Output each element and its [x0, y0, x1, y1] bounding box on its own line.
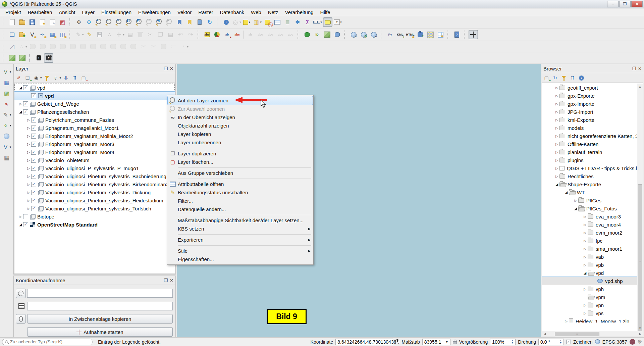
- coordinate-capture-button[interactable]: [469, 30, 478, 39]
- expander-icon[interactable]: ▷: [582, 255, 588, 259]
- zoom-full-button[interactable]: ✥: [114, 17, 124, 27]
- new-spatial-bookmark-button[interactable]: [175, 17, 184, 27]
- scroll-right-icon[interactable]: ▶: [637, 332, 643, 336]
- layer-visibility-checkbox[interactable]: ✓: [31, 198, 36, 203]
- menu-hilfe[interactable]: Hilfe: [317, 9, 334, 16]
- cad-tools-button[interactable]: ◿: [7, 42, 17, 51]
- expander-icon[interactable]: ▷: [582, 223, 588, 227]
- crs-status-button[interactable]: EPSG:3857: [602, 339, 627, 345]
- layer-tree-item[interactable]: ▷✓Eriophorum_vaginatum_Moor3: [14, 140, 175, 148]
- context-menu-item[interactable]: Attributtabelle öffnen: [168, 180, 313, 188]
- image-selection-tool-button[interactable]: ➤: [44, 53, 53, 63]
- expander-icon[interactable]: ▷: [26, 191, 31, 194]
- browser-tree-item[interactable]: ▷evm_moor2: [542, 229, 643, 237]
- menu-layer[interactable]: Layer: [78, 9, 98, 16]
- expander-icon[interactable]: ▷: [582, 231, 588, 235]
- refresh-map-button[interactable]: ↻: [205, 17, 214, 27]
- new-geopackage-layer-button[interactable]: ✒✱: [38, 30, 47, 39]
- kml-export-button[interactable]: KML+: [395, 30, 405, 39]
- crs-select-button[interactable]: [16, 289, 26, 298]
- globe-plugin-button[interactable]: [2, 132, 11, 141]
- float-panel-icon[interactable]: ❐: [164, 66, 168, 71]
- layer-visibility-checkbox[interactable]: ✓: [31, 93, 36, 98]
- expander-icon[interactable]: ▷: [554, 134, 559, 138]
- layer-visibility-checkbox[interactable]: ✓: [23, 101, 28, 106]
- menu-bearbeiten[interactable]: Bearbeiten: [24, 9, 56, 16]
- browser-tree-item[interactable]: ▷gpx-Importe: [542, 100, 643, 108]
- browser-tree-item[interactable]: ◢WT: [542, 188, 643, 196]
- messages-icon[interactable]: •••: [630, 339, 635, 345]
- toggle-editing-button[interactable]: ✎: [85, 30, 94, 39]
- db-manager-button[interactable]: [332, 30, 342, 39]
- lock-scale-icon[interactable]: [453, 341, 457, 344]
- browser-horizontal-scrollbar[interactable]: ◀ ≡ ▶: [542, 331, 643, 337]
- map-plugin-green-1-button[interactable]: [7, 53, 17, 63]
- scale-combobox[interactable]: 83955:1 ▼: [422, 339, 450, 345]
- layer-visibility-checkbox[interactable]: ✓: [31, 158, 36, 163]
- vector-tools-button[interactable]: V▾: [2, 67, 12, 77]
- browser-tree-item[interactable]: ▷gpx-Exporte: [542, 92, 643, 100]
- context-menu-item[interactable]: Layer umbenennen: [168, 138, 313, 147]
- minimize-button[interactable]: –: [607, 1, 619, 7]
- open-attribute-table-button[interactable]: [273, 17, 282, 27]
- expander-icon[interactable]: ▷: [26, 183, 31, 186]
- context-menu-item[interactable]: ∞In der Übersicht anzeigen: [168, 113, 313, 121]
- html-image-export-button[interactable]: HTML✱: [406, 30, 415, 39]
- coordinate-tools-button[interactable]: 9,: [2, 99, 11, 109]
- add-vector-layer-button[interactable]: ✱: [17, 30, 27, 39]
- maximize-button[interactable]: ❐: [619, 1, 631, 7]
- layer-labeling-button[interactable]: abc: [202, 30, 212, 39]
- layer-visibility-checkbox[interactable]: ✓: [31, 150, 36, 155]
- layer-visibility-checkbox[interactable]: ✓: [31, 134, 36, 139]
- float-panel-icon[interactable]: ❐: [632, 66, 636, 71]
- new-spatialite-layer-button[interactable]: ▦✱: [48, 30, 57, 39]
- coordinate-display-field[interactable]: 8.643242664,48.730130438: [335, 339, 393, 345]
- layer-tree-item[interactable]: ◢✓vpd: [14, 84, 175, 92]
- context-menu-item[interactable]: Datenquelle ändern...: [168, 205, 313, 213]
- expander-icon[interactable]: ▷: [26, 118, 31, 122]
- expand-all-button[interactable]: ⇊: [62, 74, 70, 82]
- expander-icon[interactable]: ▷: [554, 102, 559, 106]
- pan-map-button[interactable]: ✥: [74, 17, 84, 27]
- copy-to-clipboard-button[interactable]: In Zwischenablage kopieren: [27, 314, 173, 324]
- pin-labels-button[interactable]: ab●: [222, 30, 232, 39]
- layer-visibility-checkbox[interactable]: ✓: [31, 142, 36, 147]
- layer-tree-item[interactable]: ▷✓Vaccinio_uliginosi_Pinetum_sylvestris_…: [14, 196, 175, 204]
- expander-icon[interactable]: ▷: [582, 303, 588, 307]
- expander-icon[interactable]: ▷: [26, 166, 31, 170]
- color-grid-plugin-button[interactable]: [426, 30, 435, 39]
- remove-layer-button[interactable]: ▢−: [79, 74, 88, 82]
- expander-icon[interactable]: ▷: [26, 207, 31, 210]
- serval-raster-tools-button[interactable]: ▦: [2, 78, 11, 87]
- layer-tree-item[interactable]: ▷✓Eriophorum_vaginatum_Molinia_Moor2: [14, 132, 175, 140]
- expander-icon[interactable]: ▷: [554, 166, 559, 170]
- python-console-button[interactable]: Py: [385, 30, 395, 39]
- browser-tree-item[interactable]: ▷vps: [542, 309, 643, 317]
- layer-visibility-checkbox[interactable]: [23, 214, 28, 219]
- expander-icon[interactable]: ▷: [582, 263, 588, 267]
- save-project-button[interactable]: [28, 17, 37, 27]
- browser-tree-item[interactable]: ▷models: [542, 124, 643, 132]
- expander-icon[interactable]: ▷: [26, 175, 31, 178]
- scroll-left-icon[interactable]: ◀: [542, 332, 548, 336]
- browser-vertical-scrollbar[interactable]: ▲ ≡ ▼: [637, 84, 643, 331]
- browser-tree-item[interactable]: ▷fpc: [542, 237, 643, 245]
- expander-icon[interactable]: ◢: [18, 86, 23, 90]
- pan-to-selection-button[interactable]: ✥: [84, 17, 94, 27]
- gps-tools-button[interactable]: G▾: [2, 121, 12, 130]
- filter-browser-button[interactable]: [560, 74, 568, 82]
- context-menu-item[interactable]: Exportieren▶: [168, 236, 313, 244]
- context-menu-item[interactable]: ✎Bearbeitungsstatus umschalten: [168, 188, 313, 197]
- highlight-labels-button[interactable]: abc: [232, 30, 242, 39]
- menu-web[interactable]: Web: [248, 9, 265, 16]
- osm-download-button[interactable]: [302, 30, 312, 39]
- locator-search-input[interactable]: [10, 339, 90, 344]
- context-menu-item[interactable]: ❐Layer duplizieren: [168, 149, 313, 158]
- expander-icon[interactable]: ◢: [18, 223, 23, 227]
- locator-search[interactable]: [2, 339, 93, 345]
- browser-tree-item[interactable]: ▷vph: [542, 285, 643, 293]
- spin-arrows-icon[interactable]: ▲▼: [559, 340, 562, 344]
- expander-icon[interactable]: ◢: [573, 206, 578, 211]
- expander-icon[interactable]: ▷: [564, 319, 569, 323]
- browser-tree-item[interactable]: ◢PflGes_Fotos: [542, 204, 643, 212]
